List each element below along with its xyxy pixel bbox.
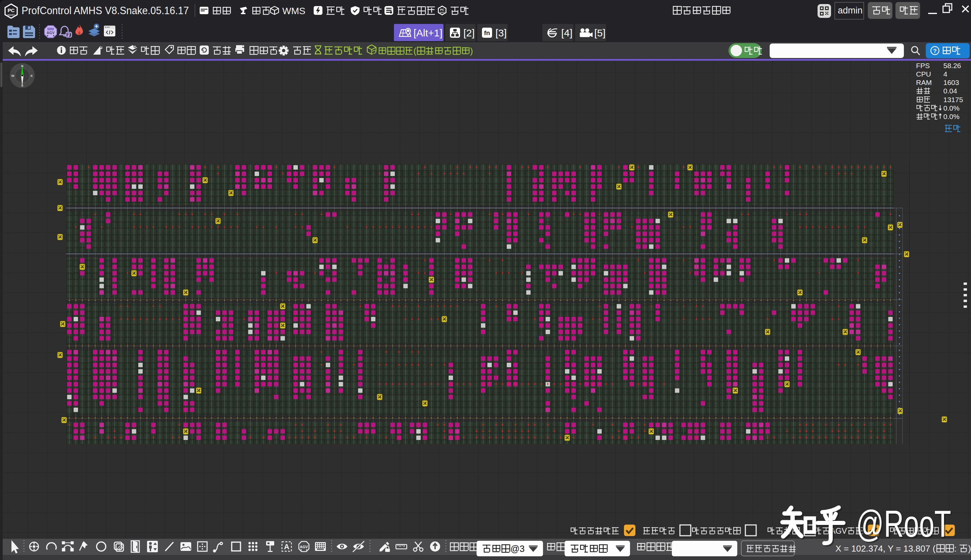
svg-text:0.04: 0.04	[943, 87, 957, 95]
svg-text:PC: PC	[8, 7, 15, 13]
svg-text:): )	[470, 46, 473, 56]
svg-text:WMS: WMS	[282, 6, 305, 16]
svg-text:AGV: AGV	[300, 545, 308, 549]
svg-text:W: W	[12, 74, 15, 78]
svg-text:SMART: SMART	[7, 14, 15, 16]
svg-text:A: A	[284, 542, 289, 551]
svg-text:CPU: CPU	[916, 70, 931, 78]
svg-text:(: (	[414, 46, 417, 56]
svg-text:X = 102.374, Y = 13.807 (: X = 102.374, Y = 13.807 (	[836, 543, 936, 553]
svg-text:[3]: [3]	[496, 27, 507, 38]
svg-text:4: 4	[943, 70, 948, 78]
svg-text:E: E	[31, 74, 33, 78]
svg-text:13175: 13175	[943, 96, 963, 103]
svg-text::: :	[954, 543, 956, 553]
svg-text:0.0%: 0.0%	[943, 113, 959, 120]
svg-text:[4]: [4]	[561, 27, 572, 38]
svg-text:[Alt+1]: [Alt+1]	[414, 27, 442, 38]
svg-text:FPS: FPS	[916, 62, 930, 70]
svg-text:0.0%: 0.0%	[943, 104, 959, 112]
svg-text:PC: PC	[440, 8, 444, 12]
svg-text:fn: fn	[484, 29, 490, 37]
svg-text:@3: @3	[510, 544, 524, 554]
svg-text:AGV: AGV	[47, 31, 55, 35]
svg-text:58.26: 58.26	[943, 62, 961, 70]
svg-text:SMART: SMART	[439, 12, 445, 13]
svg-text:[2]: [2]	[464, 27, 475, 38]
svg-text:N: N	[21, 64, 23, 68]
svg-text:?: ?	[933, 48, 937, 54]
svg-text:ProfControl AMHS V8.Snake.05.1: ProfControl AMHS V8.Snake.05.16.17	[22, 5, 189, 17]
svg-text:S: S	[21, 83, 23, 87]
svg-text:1603: 1603	[943, 78, 959, 86]
svg-text:): )	[968, 543, 971, 553]
svg-text:@RooT: @RooT	[856, 503, 951, 545]
svg-text:RAM: RAM	[916, 78, 932, 86]
svg-text:admin: admin	[838, 5, 863, 15]
svg-text:[5]: [5]	[594, 27, 606, 38]
